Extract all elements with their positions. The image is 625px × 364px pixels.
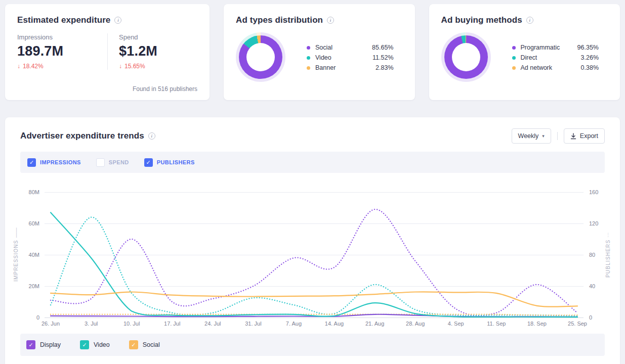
legend-bullet-icon: [512, 46, 516, 50]
x-axis-tick: 3. Jul: [85, 321, 98, 327]
trends-card: Advertiser expenditure trends i Weekly ▾…: [5, 117, 620, 364]
series-label: Social: [143, 341, 160, 348]
x-axis-tick: 24. Jul: [204, 321, 221, 327]
export-button[interactable]: Export: [564, 128, 605, 144]
right-axis-title: PUBLISHERS ···: [605, 192, 611, 317]
series-toggle-video[interactable]: ✓Video: [80, 340, 110, 349]
legend-row-direct: Direct3.26%: [512, 53, 599, 63]
card-header: Ad types distribution i: [236, 15, 403, 25]
left-axis-tick: 0: [36, 314, 39, 321]
checkbox-unchecked-icon[interactable]: [96, 158, 105, 167]
period-select-value: Weekly: [518, 132, 539, 140]
legend-bullet-icon: [512, 56, 516, 60]
legend-label: Video: [315, 54, 331, 61]
left-axis-tick: 20M: [29, 283, 39, 289]
checkbox-checked-icon[interactable]: ✓: [26, 340, 35, 349]
ad-buying-card: Ad buying methods i Programmatic96.35%Di…: [429, 4, 620, 100]
series-line-display-publishers: [51, 209, 577, 315]
metric-value: $1.2M: [119, 43, 197, 59]
legend-bullet-icon: [512, 66, 516, 70]
right-axis-tick: 0: [589, 314, 592, 321]
legend-label: Social: [315, 44, 332, 51]
down-arrow-icon: ↓: [119, 63, 122, 70]
x-axis-tick: 18. Sep: [527, 321, 547, 327]
x-axis-tick: 31. Jul: [245, 321, 261, 327]
legend-percentage: 11.52%: [372, 54, 393, 61]
legend-row-programmatic: Programmatic96.35%: [512, 42, 599, 53]
toggle-label: PUBLISHERS: [157, 159, 195, 165]
x-axis-tick: 10. Jul: [123, 321, 140, 327]
toggle-label: SPEND: [109, 159, 129, 165]
dotted-line-style-glyph: ···: [605, 232, 611, 237]
series-line-social-publishers: [51, 314, 577, 315]
checkbox-checked-icon[interactable]: ✓: [144, 158, 153, 167]
legend-percentage: 0.38%: [581, 64, 599, 71]
x-axis-tick: 26. Jun: [41, 321, 60, 327]
legend-bullet-icon: [307, 56, 310, 60]
metric-delta: ↓ 18.42%: [17, 63, 107, 70]
right-axis-tick: 80: [589, 252, 595, 258]
right-axis-tick: 40: [589, 283, 595, 289]
legend-label: Banner: [315, 64, 336, 71]
chevron-down-icon: ▾: [542, 133, 545, 139]
legend-label: Ad network: [521, 64, 553, 71]
legend-row-social: Social85.65%: [307, 42, 394, 53]
metric-toggle-spend[interactable]: SPEND: [96, 158, 129, 167]
x-axis-line: [45, 317, 584, 318]
legend-label: Programmatic: [521, 44, 560, 51]
metric-label: Spend: [119, 33, 197, 41]
metric-toggle-impressions[interactable]: ✓IMPRESSIONS: [27, 158, 81, 167]
delta-value: 18.42%: [23, 63, 44, 70]
series-label: Video: [94, 341, 110, 348]
legend-row-ad-network: Ad network0.38%: [512, 63, 599, 73]
series-legend-bar: ✓Display✓Video✓Social: [20, 334, 605, 356]
series-toggle-social[interactable]: ✓Social: [129, 340, 160, 349]
ad-types-legend: Social85.65%Video11.52%Banner2.83%: [307, 42, 403, 73]
summary-cards-row: Estimated expenditure i Impressions 189.…: [5, 4, 620, 100]
x-axis-tick: 28. Aug: [406, 321, 425, 327]
ad-types-donut-chart: [236, 32, 285, 82]
card-title: Estimated expenditure: [17, 15, 110, 25]
donut-row: Programmatic96.35%Direct3.26%Ad network0…: [441, 32, 608, 82]
export-label: Export: [580, 132, 598, 140]
toggle-label: IMPRESSIONS: [40, 159, 81, 165]
spend-metric: Spend $1.2M ↓ 15.65%: [107, 33, 197, 70]
x-axis-tick: 4. Sep: [448, 321, 464, 327]
info-icon[interactable]: i: [327, 17, 334, 24]
trends-controls: Weekly ▾ Export: [512, 128, 605, 144]
metric-delta: ↓ 15.65%: [119, 63, 197, 70]
legend-percentage: 2.83%: [376, 64, 393, 71]
left-axis-tick: 80M: [29, 189, 39, 195]
series-toggle-display[interactable]: ✓Display: [26, 340, 61, 349]
checkbox-checked-icon[interactable]: ✓: [129, 340, 138, 349]
metric-value: 189.7M: [17, 43, 107, 59]
legend-label: Direct: [521, 54, 537, 61]
donut-hole: [246, 43, 275, 71]
left-axis-tick: 40M: [29, 252, 39, 258]
trend-lines: [45, 192, 584, 317]
donut-hole: [452, 43, 480, 71]
impressions-metric: Impressions 189.7M ↓ 18.42%: [17, 33, 107, 70]
metrics: Impressions 189.7M ↓ 18.42% Spend $1.2M …: [17, 33, 197, 70]
left-axis-tick: 60M: [29, 220, 39, 226]
period-select[interactable]: Weekly ▾: [512, 128, 551, 144]
metric-toggle-publishers[interactable]: ✓PUBLISHERS: [144, 158, 195, 167]
info-icon[interactable]: i: [114, 17, 121, 24]
metric-label: Impressions: [17, 33, 107, 41]
estimated-expenditure-card: Estimated expenditure i Impressions 189.…: [5, 4, 210, 100]
trend-plot-area: 0020M4040M8060M12080M16026. Jun3. Jul10.…: [45, 192, 584, 317]
series-line-video-publishers: [51, 217, 577, 316]
x-axis-tick: 17. Jul: [164, 321, 180, 327]
legend-bullet-icon: [307, 46, 310, 50]
x-axis-tick: 11. Sep: [487, 321, 506, 327]
checkbox-checked-icon[interactable]: ✓: [80, 340, 89, 349]
info-icon[interactable]: i: [148, 132, 155, 140]
legend-row-video: Video11.52%: [307, 53, 394, 63]
trend-chart: IMPRESSIONS —— PUBLISHERS ··· 0020M4040M…: [20, 192, 605, 328]
info-icon[interactable]: i: [526, 17, 533, 24]
card-title: Ad buying methods: [441, 15, 522, 25]
download-icon: [570, 133, 576, 140]
right-axis-tick: 160: [589, 189, 598, 195]
checkbox-checked-icon[interactable]: ✓: [27, 158, 36, 167]
ad-types-card: Ad types distribution i Social85.65%Vide…: [224, 4, 415, 100]
